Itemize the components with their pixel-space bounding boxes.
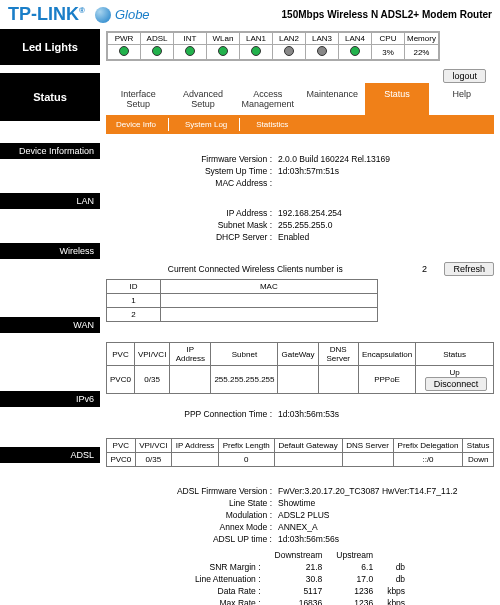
wireless-clients-count: 2 xyxy=(404,264,444,274)
mac-address xyxy=(276,178,278,188)
section-adsl: ADSL xyxy=(0,447,100,463)
lan-dhcp: Enabled xyxy=(276,232,309,242)
header: TP-LINK® Globe 150Mbps Wireless N ADSL2+… xyxy=(0,0,500,29)
main-tabs: Interface SetupAdvanced SetupAccess Mana… xyxy=(106,83,494,115)
col-mac: MAC xyxy=(161,280,377,294)
table-row: PVC00/35255.255.255.255PPPoEUpDisconnect xyxy=(107,366,494,394)
led-cell xyxy=(174,45,207,60)
section-device-info: Device Information xyxy=(0,143,100,159)
led-col: LAN4 xyxy=(339,33,372,45)
lan-ip: 192.168.254.254 xyxy=(276,208,342,218)
adsl-mod: ADSL2 PLUS xyxy=(276,510,330,520)
uptime: 1d:03h:57m:51s xyxy=(276,166,339,176)
brand-logo: TP-LINK® xyxy=(8,4,85,25)
tab-access-management[interactable]: Access Management xyxy=(235,83,300,115)
sidebar: Led Lights Status Device Information LAN… xyxy=(0,29,100,605)
led-dot-icon xyxy=(218,46,228,56)
led-col: CPU xyxy=(372,33,405,45)
ppp-time-label: PPP Connection Time : xyxy=(106,409,276,419)
ppp-time: 1d:03h:56m:53s xyxy=(276,409,339,419)
mac-label: MAC Address : xyxy=(106,178,276,188)
adsl-up-label: ADSL UP time : xyxy=(106,534,276,544)
led-col: WLan xyxy=(207,33,240,45)
led-cell xyxy=(339,45,372,60)
lan-mask: 255.255.255.0 xyxy=(276,220,332,230)
section-lan: LAN xyxy=(0,193,100,209)
lan-dhcp-label: DHCP Server : xyxy=(106,232,276,242)
tab-maintenance[interactable]: Maintenance xyxy=(300,83,365,115)
led-dot-icon xyxy=(152,46,162,56)
refresh-button[interactable]: Refresh xyxy=(444,262,494,276)
table-row: 1 xyxy=(107,294,378,308)
led-col: PWR xyxy=(108,33,141,45)
subtab-device-info[interactable]: Device Info xyxy=(110,118,169,131)
adsl-annex: ANNEX_A xyxy=(276,522,318,532)
led-cell xyxy=(108,45,141,60)
adsl-mod-label: Modulation : xyxy=(106,510,276,520)
wireless-clients-label: Current Connected Wireless Clients numbe… xyxy=(106,264,404,274)
table-row: PVC00/350::/0Down xyxy=(107,453,494,467)
led-dot-icon xyxy=(317,46,327,56)
section-ipv6: IPv6 xyxy=(0,391,100,407)
section-wireless: Wireless xyxy=(0,243,100,259)
tab-status[interactable]: Status xyxy=(365,83,430,115)
led-cell xyxy=(207,45,240,60)
led-dot-icon xyxy=(185,46,195,56)
led-dot-icon xyxy=(119,46,129,56)
fw-version-label: Firmware Version : xyxy=(106,154,276,164)
content: PWRADSLINTWLanLAN1LAN2LAN3LAN4CPUMemory3… xyxy=(100,29,500,605)
led-col: INT xyxy=(174,33,207,45)
lan-ip-label: IP Address : xyxy=(106,208,276,218)
adsl-fw: FwVer:3.20.17.20_TC3087 HwVer:T14.F7_11.… xyxy=(276,486,458,496)
fw-version: 2.0.0 Build 160224 Rel.13169 xyxy=(276,154,390,164)
led-cell: 22% xyxy=(405,45,439,60)
led-col: Memory xyxy=(405,33,439,45)
led-cell xyxy=(273,45,306,60)
ipv6-table: PVCVPI/VCIIP AddressPrefix LengthDefault… xyxy=(106,438,494,467)
led-col: LAN3 xyxy=(306,33,339,45)
adsl-fw-label: ADSL Firmware Version : xyxy=(106,486,276,496)
wireless-clients-table: IDMAC 1 2 xyxy=(106,279,378,322)
tab-advanced-setup[interactable]: Advanced Setup xyxy=(171,83,236,115)
table-row: Data Rate :51171236kbps xyxy=(189,586,411,596)
partner-logo: Globe xyxy=(95,7,150,23)
adsl-stats-table: DownstreamUpstreamSNR Margin :21.86.1dbL… xyxy=(187,548,413,605)
col-id: ID xyxy=(107,280,161,294)
led-cell xyxy=(306,45,339,60)
led-panel: PWRADSLINTWLanLAN1LAN2LAN3LAN4CPUMemory3… xyxy=(106,31,440,61)
led-col: LAN1 xyxy=(240,33,273,45)
table-row: SNR Margin :21.86.1db xyxy=(189,562,411,572)
section-wan: WAN xyxy=(0,317,100,333)
adsl-line-label: Line State : xyxy=(106,498,276,508)
uptime-label: System Up Time : xyxy=(106,166,276,176)
table-row: 2 xyxy=(107,308,378,322)
led-dot-icon xyxy=(350,46,360,56)
logout-button[interactable]: logout xyxy=(443,69,486,83)
sidebar-led-lights[interactable]: Led Lights xyxy=(0,29,100,65)
subtab-statistics[interactable]: Statistics xyxy=(250,118,294,131)
tab-interface-setup[interactable]: Interface Setup xyxy=(106,83,171,115)
led-col: LAN2 xyxy=(273,33,306,45)
sub-tabs: Device InfoSystem LogStatistics xyxy=(106,115,494,134)
lan-mask-label: Subnet Mask : xyxy=(106,220,276,230)
adsl-annex-label: Annex Mode : xyxy=(106,522,276,532)
product-name: 150Mbps Wireless N ADSL2+ Modem Router xyxy=(282,9,492,20)
table-row: Max Rate :168361236kbps xyxy=(189,598,411,605)
led-col: ADSL xyxy=(141,33,174,45)
globe-icon xyxy=(95,7,111,23)
adsl-line: Showtime xyxy=(276,498,315,508)
tab-help[interactable]: Help xyxy=(429,83,494,115)
led-dot-icon xyxy=(251,46,261,56)
disconnect-button[interactable]: Disconnect xyxy=(425,377,488,391)
adsl-up: 1d:03h:56m:56s xyxy=(276,534,339,544)
led-cell xyxy=(141,45,174,60)
led-cell xyxy=(240,45,273,60)
led-dot-icon xyxy=(284,46,294,56)
wan-table: PVCVPI/VCIIP AddressSubnetGateWayDNS Ser… xyxy=(106,342,494,394)
subtab-system-log[interactable]: System Log xyxy=(179,118,240,131)
sidebar-status[interactable]: Status xyxy=(0,73,100,121)
led-cell: 3% xyxy=(372,45,405,60)
partner-text: Globe xyxy=(115,7,150,22)
table-row: Line Attenuation :30.817.0db xyxy=(189,574,411,584)
